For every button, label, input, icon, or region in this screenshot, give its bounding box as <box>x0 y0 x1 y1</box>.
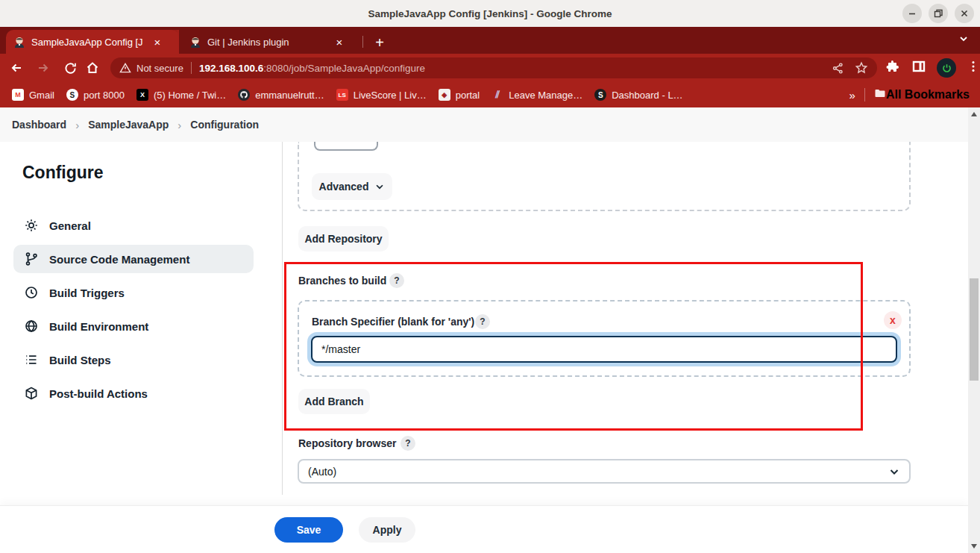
window-controls <box>902 4 974 23</box>
chevron-right-icon: › <box>75 119 79 131</box>
livescore-icon: LS <box>336 89 348 101</box>
gear-icon <box>24 218 39 233</box>
bookmarks-overflow-button[interactable]: » <box>849 89 855 101</box>
delete-branch-button[interactable]: x <box>884 311 902 329</box>
link-icon: ⫽ <box>491 89 503 101</box>
reload-button[interactable] <box>60 57 81 78</box>
repository-browser-select[interactable]: (Auto) <box>298 459 911 484</box>
package-icon <box>24 386 39 401</box>
page-title: Configure <box>22 163 104 183</box>
scroll-down-arrow-icon[interactable] <box>968 541 980 552</box>
tab-search-chevron-icon[interactable] <box>958 33 970 48</box>
add-repository-button[interactable]: Add Repository <box>298 226 389 251</box>
scroll-up-arrow-icon[interactable] <box>968 109 980 119</box>
tab-git-jenkins-plugin[interactable]: Git | Jenkins plugin × <box>182 30 359 54</box>
tab-title: Git | Jenkins plugin <box>207 37 327 48</box>
browser-toolbar: Not secure 192.168.100.6 :8080/job/Sampl… <box>0 54 980 82</box>
jenkins-favicon <box>13 36 25 48</box>
tab-close-icon[interactable]: × <box>333 35 346 49</box>
scrollbar-thumb[interactable] <box>970 278 979 381</box>
selected-option: (Auto) <box>308 466 888 478</box>
new-tab-button[interactable]: + <box>370 33 389 52</box>
x-icon: X <box>136 89 148 101</box>
chevron-down-icon <box>374 181 385 192</box>
all-bookmarks-button[interactable]: All Bookmarks <box>874 87 970 102</box>
profile-avatar[interactable] <box>937 58 956 78</box>
bookmark-gmail[interactable]: M Gmail <box>12 89 54 101</box>
sidebar-item-build-environment[interactable]: Build Environment <box>13 312 254 340</box>
close-icon <box>959 8 970 19</box>
advanced-button[interactable]: Advanced <box>312 173 392 200</box>
warning-triangle-icon[interactable] <box>119 62 131 74</box>
bookmarks-divider <box>864 88 865 101</box>
side-panel-icon[interactable] <box>911 59 926 77</box>
tab-samplejavaapp-config[interactable]: SampleJavaApp Config [J × <box>6 30 179 54</box>
back-button[interactable] <box>6 57 27 78</box>
bookmark-portal[interactable]: ◈ portal <box>439 89 480 101</box>
save-button[interactable]: Save <box>274 517 343 543</box>
globe-icon: S <box>66 89 78 101</box>
jenkins-configure-page: Dashboard › SampleJavaApp › Configuratio… <box>0 107 980 553</box>
gmail-icon: M <box>12 89 24 101</box>
breadcrumb-dashboard[interactable]: Dashboard <box>12 119 66 131</box>
branch-specifier-label: Branch Specifier (blank for 'any') <box>312 316 474 328</box>
chevron-down-icon <box>888 466 900 478</box>
url-path: :8080/job/SampleJavaApp/configure <box>263 63 425 74</box>
branch-specifier-input[interactable] <box>311 336 897 363</box>
repository-browser-label: Repository browser <box>298 437 396 449</box>
breadcrumb-configuration[interactable]: Configuration <box>190 119 259 131</box>
minimize-button[interactable] <box>902 4 922 23</box>
security-label[interactable]: Not secure <box>136 63 183 74</box>
tab-title: SampleJavaApp Config [J <box>31 37 145 48</box>
breadcrumb-samplejavaapp[interactable]: SampleJavaApp <box>88 119 169 131</box>
bookmark-leave-management[interactable]: ⫽ Leave Manage… <box>491 89 582 101</box>
bookmark-port-8000[interactable]: S port 8000 <box>66 89 125 101</box>
close-button[interactable] <box>955 4 974 23</box>
tab-strip: SampleJavaApp Config [J × Git | Jenkins … <box>0 27 980 54</box>
maximize-button[interactable] <box>929 4 948 23</box>
tab-divider <box>362 36 363 48</box>
chevron-right-icon: › <box>178 119 181 131</box>
breadcrumb: Dashboard › SampleJavaApp › Configuratio… <box>0 107 968 142</box>
portal-icon: ◈ <box>439 89 450 101</box>
sidebar-item-general[interactable]: General <box>13 211 254 240</box>
bookmark-twitter-home[interactable]: X (5) Home / Twi… <box>136 89 226 101</box>
help-button-branches[interactable]: ? <box>389 273 404 288</box>
folder-icon <box>874 87 886 99</box>
window-titlebar: SampleJavaApp Config [Jenkins] - Google … <box>0 0 980 27</box>
help-button-repository-browser[interactable]: ? <box>401 436 415 451</box>
minimize-icon <box>907 8 917 19</box>
sidebar-item-post-build-actions[interactable]: Post-build Actions <box>13 379 254 407</box>
vertical-scrollbar[interactable] <box>968 107 980 553</box>
content-divider <box>282 142 283 495</box>
apply-button[interactable]: Apply <box>359 517 415 543</box>
address-bar[interactable]: Not secure 192.168.100.6 :8080/job/Sampl… <box>110 57 877 78</box>
add-branch-button[interactable]: Add Branch <box>298 389 370 414</box>
extensions-puzzle-icon[interactable] <box>886 59 901 77</box>
globe-icon <box>24 319 39 334</box>
clock-icon <box>24 285 39 300</box>
tab-title-fade <box>163 30 179 54</box>
menu-dots-icon[interactable] <box>967 60 980 76</box>
branches-to-build-label: Branches to build <box>298 275 386 287</box>
home-button[interactable] <box>82 57 103 78</box>
url-separator <box>191 62 192 74</box>
globe-icon: S <box>594 89 606 101</box>
bookmark-star-icon[interactable] <box>855 61 868 75</box>
url-host: 192.168.100.6 <box>199 63 263 74</box>
bookmark-github-profile[interactable]: emmanuelrutt… <box>238 89 324 101</box>
window-title: SampleJavaApp Config [Jenkins] - Google … <box>368 8 612 19</box>
share-icon[interactable] <box>832 62 844 75</box>
bottom-app-bar: Save Apply <box>0 506 968 553</box>
bookmark-dashboard[interactable]: S Dashboard - L… <box>594 89 682 101</box>
sidebar-item-source-code-management[interactable]: Source Code Management <box>13 245 254 273</box>
restore-icon <box>933 8 943 19</box>
forward-button[interactable] <box>33 57 54 78</box>
help-button-branch-specifier[interactable]: ? <box>475 314 490 329</box>
bookmark-livescore[interactable]: LS LiveScore | Liv… <box>336 89 427 101</box>
sidebar-item-build-steps[interactable]: Build Steps <box>13 346 254 374</box>
bookmarks-bar: M Gmail S port 8000 X (5) Home / Twi… em… <box>0 82 980 107</box>
toolbar-right-actions <box>886 58 980 78</box>
jenkins-favicon <box>189 36 201 48</box>
sidebar-item-build-triggers[interactable]: Build Triggers <box>13 278 254 307</box>
